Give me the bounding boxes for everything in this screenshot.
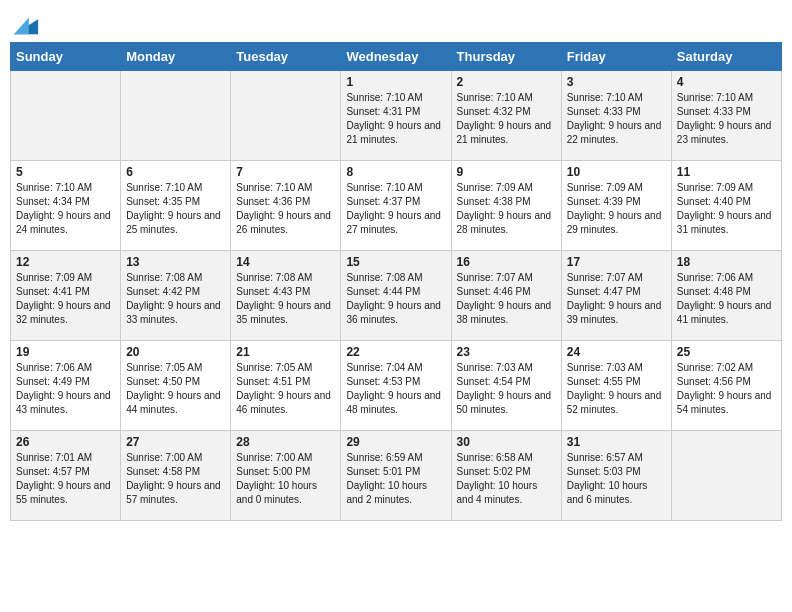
day-header-thursday: Thursday bbox=[451, 43, 561, 71]
calendar-cell: 7Sunrise: 7:10 AM Sunset: 4:36 PM Daylig… bbox=[231, 161, 341, 251]
calendar-cell: 19Sunrise: 7:06 AM Sunset: 4:49 PM Dayli… bbox=[11, 341, 121, 431]
day-number: 21 bbox=[236, 345, 335, 359]
week-row-3: 12Sunrise: 7:09 AM Sunset: 4:41 PM Dayli… bbox=[11, 251, 782, 341]
calendar-cell: 29Sunrise: 6:59 AM Sunset: 5:01 PM Dayli… bbox=[341, 431, 451, 521]
day-number: 19 bbox=[16, 345, 115, 359]
day-info: Sunrise: 7:00 AM Sunset: 4:58 PM Dayligh… bbox=[126, 451, 225, 507]
day-header-saturday: Saturday bbox=[671, 43, 781, 71]
day-info: Sunrise: 7:08 AM Sunset: 4:44 PM Dayligh… bbox=[346, 271, 445, 327]
day-number: 13 bbox=[126, 255, 225, 269]
calendar-cell: 5Sunrise: 7:10 AM Sunset: 4:34 PM Daylig… bbox=[11, 161, 121, 251]
day-number: 18 bbox=[677, 255, 776, 269]
page: SundayMondayTuesdayWednesdayThursdayFrid… bbox=[0, 0, 792, 531]
calendar-cell: 18Sunrise: 7:06 AM Sunset: 4:48 PM Dayli… bbox=[671, 251, 781, 341]
day-info: Sunrise: 7:09 AM Sunset: 4:38 PM Dayligh… bbox=[457, 181, 556, 237]
calendar-cell: 23Sunrise: 7:03 AM Sunset: 4:54 PM Dayli… bbox=[451, 341, 561, 431]
day-number: 9 bbox=[457, 165, 556, 179]
calendar-cell: 30Sunrise: 6:58 AM Sunset: 5:02 PM Dayli… bbox=[451, 431, 561, 521]
day-number: 24 bbox=[567, 345, 666, 359]
day-info: Sunrise: 7:10 AM Sunset: 4:35 PM Dayligh… bbox=[126, 181, 225, 237]
day-number: 10 bbox=[567, 165, 666, 179]
calendar-cell: 24Sunrise: 7:03 AM Sunset: 4:55 PM Dayli… bbox=[561, 341, 671, 431]
logo bbox=[10, 10, 40, 32]
calendar-cell: 22Sunrise: 7:04 AM Sunset: 4:53 PM Dayli… bbox=[341, 341, 451, 431]
calendar-cell: 20Sunrise: 7:05 AM Sunset: 4:50 PM Dayli… bbox=[121, 341, 231, 431]
day-info: Sunrise: 7:09 AM Sunset: 4:41 PM Dayligh… bbox=[16, 271, 115, 327]
calendar-cell: 27Sunrise: 7:00 AM Sunset: 4:58 PM Dayli… bbox=[121, 431, 231, 521]
day-number: 6 bbox=[126, 165, 225, 179]
week-row-2: 5Sunrise: 7:10 AM Sunset: 4:34 PM Daylig… bbox=[11, 161, 782, 251]
day-info: Sunrise: 6:57 AM Sunset: 5:03 PM Dayligh… bbox=[567, 451, 666, 507]
calendar-cell: 12Sunrise: 7:09 AM Sunset: 4:41 PM Dayli… bbox=[11, 251, 121, 341]
day-info: Sunrise: 7:09 AM Sunset: 4:40 PM Dayligh… bbox=[677, 181, 776, 237]
day-info: Sunrise: 7:07 AM Sunset: 4:46 PM Dayligh… bbox=[457, 271, 556, 327]
calendar-cell: 8Sunrise: 7:10 AM Sunset: 4:37 PM Daylig… bbox=[341, 161, 451, 251]
day-number: 20 bbox=[126, 345, 225, 359]
day-info: Sunrise: 7:02 AM Sunset: 4:56 PM Dayligh… bbox=[677, 361, 776, 417]
day-number: 1 bbox=[346, 75, 445, 89]
day-number: 8 bbox=[346, 165, 445, 179]
calendar-cell bbox=[231, 71, 341, 161]
day-info: Sunrise: 7:03 AM Sunset: 4:54 PM Dayligh… bbox=[457, 361, 556, 417]
header bbox=[10, 10, 782, 32]
day-number: 27 bbox=[126, 435, 225, 449]
week-row-5: 26Sunrise: 7:01 AM Sunset: 4:57 PM Dayli… bbox=[11, 431, 782, 521]
day-number: 29 bbox=[346, 435, 445, 449]
day-info: Sunrise: 7:06 AM Sunset: 4:49 PM Dayligh… bbox=[16, 361, 115, 417]
day-number: 16 bbox=[457, 255, 556, 269]
day-header-sunday: Sunday bbox=[11, 43, 121, 71]
day-info: Sunrise: 7:09 AM Sunset: 4:39 PM Dayligh… bbox=[567, 181, 666, 237]
day-info: Sunrise: 7:04 AM Sunset: 4:53 PM Dayligh… bbox=[346, 361, 445, 417]
day-number: 5 bbox=[16, 165, 115, 179]
week-row-4: 19Sunrise: 7:06 AM Sunset: 4:49 PM Dayli… bbox=[11, 341, 782, 431]
calendar-cell: 16Sunrise: 7:07 AM Sunset: 4:46 PM Dayli… bbox=[451, 251, 561, 341]
day-number: 4 bbox=[677, 75, 776, 89]
day-header-tuesday: Tuesday bbox=[231, 43, 341, 71]
day-header-monday: Monday bbox=[121, 43, 231, 71]
day-info: Sunrise: 7:10 AM Sunset: 4:34 PM Dayligh… bbox=[16, 181, 115, 237]
calendar-cell: 25Sunrise: 7:02 AM Sunset: 4:56 PM Dayli… bbox=[671, 341, 781, 431]
day-number: 15 bbox=[346, 255, 445, 269]
calendar-cell: 9Sunrise: 7:09 AM Sunset: 4:38 PM Daylig… bbox=[451, 161, 561, 251]
week-row-1: 1Sunrise: 7:10 AM Sunset: 4:31 PM Daylig… bbox=[11, 71, 782, 161]
logo-icon bbox=[12, 10, 40, 38]
calendar-cell: 13Sunrise: 7:08 AM Sunset: 4:42 PM Dayli… bbox=[121, 251, 231, 341]
svg-marker-1 bbox=[14, 17, 29, 34]
calendar-cell: 21Sunrise: 7:05 AM Sunset: 4:51 PM Dayli… bbox=[231, 341, 341, 431]
day-number: 7 bbox=[236, 165, 335, 179]
calendar-cell: 2Sunrise: 7:10 AM Sunset: 4:32 PM Daylig… bbox=[451, 71, 561, 161]
day-number: 30 bbox=[457, 435, 556, 449]
day-info: Sunrise: 7:08 AM Sunset: 4:42 PM Dayligh… bbox=[126, 271, 225, 327]
day-info: Sunrise: 6:58 AM Sunset: 5:02 PM Dayligh… bbox=[457, 451, 556, 507]
calendar-cell: 1Sunrise: 7:10 AM Sunset: 4:31 PM Daylig… bbox=[341, 71, 451, 161]
calendar-cell: 15Sunrise: 7:08 AM Sunset: 4:44 PM Dayli… bbox=[341, 251, 451, 341]
day-number: 28 bbox=[236, 435, 335, 449]
day-info: Sunrise: 7:05 AM Sunset: 4:51 PM Dayligh… bbox=[236, 361, 335, 417]
day-header-wednesday: Wednesday bbox=[341, 43, 451, 71]
header-row: SundayMondayTuesdayWednesdayThursdayFrid… bbox=[11, 43, 782, 71]
calendar-cell: 6Sunrise: 7:10 AM Sunset: 4:35 PM Daylig… bbox=[121, 161, 231, 251]
day-info: Sunrise: 7:10 AM Sunset: 4:33 PM Dayligh… bbox=[567, 91, 666, 147]
day-header-friday: Friday bbox=[561, 43, 671, 71]
day-info: Sunrise: 7:10 AM Sunset: 4:33 PM Dayligh… bbox=[677, 91, 776, 147]
day-number: 23 bbox=[457, 345, 556, 359]
day-info: Sunrise: 7:05 AM Sunset: 4:50 PM Dayligh… bbox=[126, 361, 225, 417]
calendar-cell: 28Sunrise: 7:00 AM Sunset: 5:00 PM Dayli… bbox=[231, 431, 341, 521]
calendar-cell bbox=[671, 431, 781, 521]
calendar-cell: 17Sunrise: 7:07 AM Sunset: 4:47 PM Dayli… bbox=[561, 251, 671, 341]
calendar-cell: 10Sunrise: 7:09 AM Sunset: 4:39 PM Dayli… bbox=[561, 161, 671, 251]
day-info: Sunrise: 7:08 AM Sunset: 4:43 PM Dayligh… bbox=[236, 271, 335, 327]
day-number: 25 bbox=[677, 345, 776, 359]
day-number: 17 bbox=[567, 255, 666, 269]
day-number: 12 bbox=[16, 255, 115, 269]
day-info: Sunrise: 7:07 AM Sunset: 4:47 PM Dayligh… bbox=[567, 271, 666, 327]
day-number: 3 bbox=[567, 75, 666, 89]
calendar-cell bbox=[11, 71, 121, 161]
calendar-cell: 11Sunrise: 7:09 AM Sunset: 4:40 PM Dayli… bbox=[671, 161, 781, 251]
day-info: Sunrise: 7:01 AM Sunset: 4:57 PM Dayligh… bbox=[16, 451, 115, 507]
calendar-cell: 26Sunrise: 7:01 AM Sunset: 4:57 PM Dayli… bbox=[11, 431, 121, 521]
calendar-table: SundayMondayTuesdayWednesdayThursdayFrid… bbox=[10, 42, 782, 521]
day-number: 31 bbox=[567, 435, 666, 449]
calendar-cell: 14Sunrise: 7:08 AM Sunset: 4:43 PM Dayli… bbox=[231, 251, 341, 341]
day-number: 14 bbox=[236, 255, 335, 269]
